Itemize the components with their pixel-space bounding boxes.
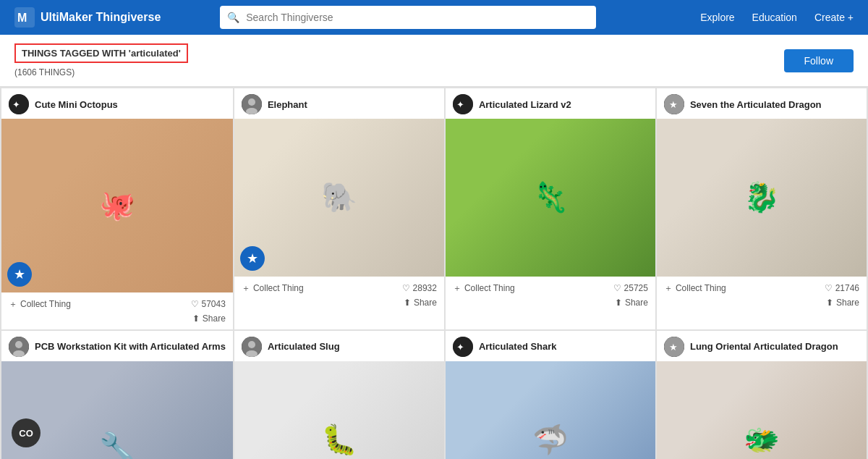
svg-point-5: [248, 98, 255, 106]
heart-icon: ♡: [825, 283, 833, 293]
card-image-placeholder: 🦈: [446, 361, 655, 459]
card-image[interactable]: 🐘 ★: [234, 119, 444, 277]
svg-point-15: [248, 341, 255, 348]
share-icon: ⬆: [826, 298, 833, 308]
share-row: ⬆ Share: [1, 313, 233, 329]
plus-icon: ＋: [453, 282, 461, 295]
avatar: [242, 337, 262, 357]
like-area: ♡ 28932: [402, 283, 437, 293]
follow-button[interactable]: Follow: [784, 49, 854, 72]
plus-icon: ＋: [242, 282, 250, 295]
tag-count: (1606 THINGS): [14, 67, 188, 77]
tag-info: THINGS TAGGED WITH 'articulated' (1606 T…: [14, 43, 188, 77]
card-header-row: Elephant: [234, 88, 444, 119]
card-image-placeholder: 🦎: [446, 119, 655, 277]
share-row: ⬆ Share: [234, 298, 444, 313]
share-label: Share: [836, 298, 859, 308]
card-header-row: ✦ Cute Mini Octopus: [1, 88, 233, 119]
share-label: Share: [414, 298, 437, 308]
like-count: 28932: [413, 283, 437, 293]
share-button[interactable]: ⬆ Share: [192, 313, 226, 324]
heart-icon: ♡: [613, 283, 621, 293]
heart-icon: ♡: [402, 283, 410, 293]
favorite-badge[interactable]: ★: [240, 246, 265, 271]
card-image-placeholder: 🐛: [234, 361, 444, 459]
card-image-placeholder: 🐘: [234, 119, 444, 277]
heart-icon: ♡: [191, 299, 199, 309]
card-articulated-lizard-v2: ✦ Articulated Lizard v2 🦎 ＋ Collect Thin…: [446, 88, 655, 329]
svg-point-12: [15, 341, 22, 348]
collect-button[interactable]: ＋ Collect Thing: [242, 282, 304, 295]
like-area: ♡ 57043: [191, 299, 226, 309]
collect-button[interactable]: ＋ Collect Thing: [664, 282, 726, 295]
share-button[interactable]: ⬆ Share: [615, 298, 648, 308]
card-image-placeholder: 🔧: [1, 361, 233, 459]
card-cute-mini-octopus: ✦ Cute Mini Octopus 🐙 ★ ＋ Collect Thing …: [1, 88, 233, 329]
search-icon: 🔍: [227, 12, 239, 23]
search-input[interactable]: [220, 6, 596, 29]
card-image[interactable]: 🔧 ★: [1, 361, 233, 459]
card-image[interactable]: 🦎: [446, 119, 655, 277]
svg-text:★: ★: [669, 342, 678, 353]
card-header-row: PCB Workstation Kit with Articulated Arm…: [1, 331, 233, 361]
card-image-placeholder: 🐉: [657, 119, 867, 277]
card-actions: ＋ Collect Thing ♡ 25725: [446, 277, 655, 298]
avatar: ★: [664, 337, 684, 357]
plus-icon: ＋: [664, 282, 673, 295]
card-articulated-shark: ✦ Articulated Shark 🦈 ＋ Collect Thing ⬆ …: [446, 331, 655, 459]
like-count: 25725: [624, 283, 648, 293]
share-row: ⬆ Share: [657, 298, 867, 313]
card-title: Articulated Shark: [479, 341, 557, 352]
search-bar: 🔍: [220, 6, 596, 29]
share-button[interactable]: ⬆ Share: [826, 298, 859, 308]
share-label: Share: [625, 298, 648, 308]
like-count: 21746: [835, 283, 859, 293]
share-row: ⬆ Share: [446, 298, 655, 313]
logo[interactable]: M UltiMaker Thingiverse: [14, 7, 161, 28]
svg-text:✦: ✦: [456, 99, 464, 110]
card-image[interactable]: 🐙 ★: [1, 119, 233, 292]
nav-explore[interactable]: Explore: [700, 12, 734, 23]
svg-text:✦: ✦: [456, 342, 464, 353]
collect-button[interactable]: ＋ Collect Thing: [9, 298, 71, 311]
cards-grid: ✦ Cute Mini Octopus 🐙 ★ ＋ Collect Thing …: [0, 87, 868, 459]
card-title: Articulated Slug: [268, 341, 340, 352]
favorite-badge[interactable]: ★: [7, 262, 32, 287]
card-title: Seven the Articulated Dragon: [690, 99, 822, 110]
share-label: Share: [203, 313, 226, 324]
svg-text:M: M: [17, 12, 27, 24]
collect-label: Collect Thing: [464, 283, 515, 293]
card-header-row: Articulated Slug: [234, 331, 444, 361]
card-header-row: ★ Seven the Articulated Dragon: [657, 88, 867, 119]
avatar: [242, 94, 262, 114]
tag-header: THINGS TAGGED WITH 'articulated' (1606 T…: [0, 35, 868, 87]
share-icon: ⬆: [615, 298, 622, 308]
share-icon: ⬆: [192, 313, 200, 324]
card-image[interactable]: 🐛: [234, 361, 444, 459]
card-image[interactable]: 🦈: [446, 361, 655, 459]
card-image[interactable]: 🐲: [657, 361, 867, 459]
card-title: Articulated Lizard v2: [479, 99, 571, 110]
card-image[interactable]: 🐉: [657, 119, 867, 277]
share-button[interactable]: ⬆ Share: [404, 298, 437, 308]
card-actions: ＋ Collect Thing ♡ 21746: [657, 277, 867, 298]
plus-icon: ＋: [9, 298, 17, 311]
avatar: ★: [664, 94, 684, 114]
card-seven-the-articulated-dragon: ★ Seven the Articulated Dragon 🐉 ＋ Colle…: [657, 88, 867, 329]
card-actions: ＋ Collect Thing ♡ 57043: [1, 292, 233, 313]
like-count: 57043: [202, 299, 226, 309]
nav-create[interactable]: Create +: [814, 12, 854, 23]
like-area: ♡ 25725: [613, 283, 648, 293]
card-title: PCB Workstation Kit with Articulated Arm…: [35, 341, 226, 352]
avatar: ✦: [9, 94, 29, 114]
chat-fab[interactable]: CO: [12, 418, 41, 447]
like-area: ♡ 21746: [825, 283, 859, 293]
header: M UltiMaker Thingiverse 🔍 Explore Educat…: [0, 0, 868, 35]
card-title: Elephant: [268, 99, 307, 110]
nav-education[interactable]: Education: [752, 12, 797, 23]
avatar: ✦: [453, 94, 473, 114]
card-header-row: ✦ Articulated Lizard v2: [446, 88, 655, 119]
card-image-placeholder: 🐙: [1, 119, 233, 292]
collect-button[interactable]: ＋ Collect Thing: [453, 282, 515, 295]
share-icon: ⬆: [404, 298, 411, 308]
